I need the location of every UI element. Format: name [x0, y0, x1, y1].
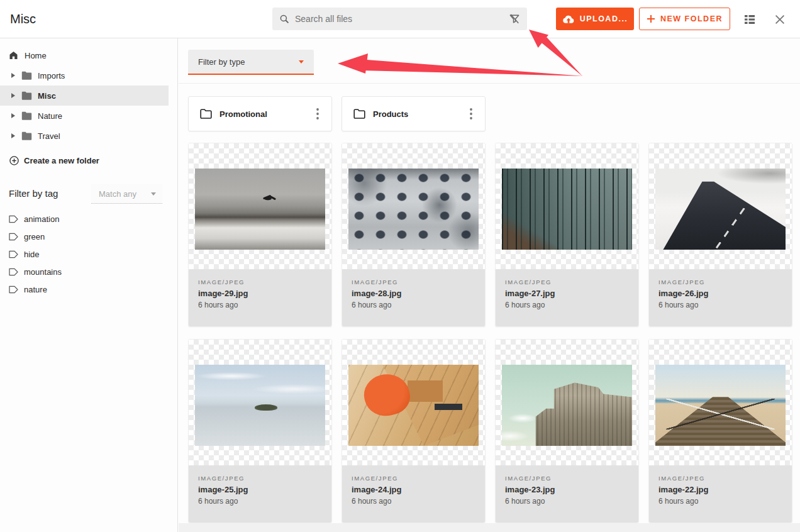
file-card-image-25[interactable]: IMAGE/JPEG image-25.jpg 6 hours ago: [188, 339, 332, 523]
folder-icon: [21, 71, 32, 80]
folder-menu-button[interactable]: [310, 105, 325, 123]
file-time: 6 hours ago: [658, 496, 792, 507]
match-mode-select[interactable]: Match any: [91, 184, 162, 204]
file-type: IMAGE/JPEG: [658, 474, 792, 484]
tag-item-nature[interactable]: nature: [0, 281, 169, 297]
file-thumbnail: [342, 143, 485, 269]
scroll-edge: [179, 523, 800, 532]
search-icon: [279, 13, 290, 25]
file-card-image-26[interactable]: IMAGE/JPEG image-26.jpg 6 hours ago: [648, 143, 792, 327]
folder-card-promotional[interactable]: Promotional: [188, 96, 332, 131]
media-library-window: Misc UPLOAD... NEW FOLDER: [0, 0, 800, 532]
file-caption: IMAGE/JPEG image-22.jpg 6 hours ago: [649, 465, 792, 523]
folder-icon: [21, 131, 32, 140]
chevron-down-icon: [151, 192, 156, 196]
expand-caret-icon[interactable]: [11, 93, 15, 98]
file-type: IMAGE/JPEG: [505, 474, 638, 484]
new-folder-button[interactable]: NEW FOLDER: [639, 8, 730, 30]
file-type: IMAGE/JPEG: [658, 277, 792, 287]
file-name: image-26.jpg: [658, 287, 792, 299]
search-input[interactable]: [295, 14, 508, 24]
tag-icon: [9, 285, 18, 294]
sidebar-item-home[interactable]: Home: [0, 45, 169, 65]
filter-by-type-select[interactable]: Filter by type: [188, 50, 314, 75]
tag-label: nature: [24, 285, 47, 294]
folder-card-name: Products: [373, 109, 456, 119]
folder-outline-icon: [200, 109, 212, 119]
file-caption: IMAGE/JPEG image-24.jpg 6 hours ago: [342, 465, 485, 523]
thumbnail-photo: [195, 365, 325, 446]
sidebar-folder-nature[interactable]: Nature: [0, 106, 169, 126]
tag-item-green[interactable]: green: [0, 228, 169, 245]
file-card-image-28[interactable]: IMAGE/JPEG image-28.jpg 6 hours ago: [342, 143, 486, 327]
tag-item-animation[interactable]: animation: [0, 211, 169, 227]
file-thumbnail: [496, 143, 638, 269]
expand-caret-icon[interactable]: [11, 133, 15, 138]
file-card-image-27[interactable]: IMAGE/JPEG image-27.jpg 6 hours ago: [495, 143, 639, 327]
sidebar-folder-travel[interactable]: Travel: [0, 126, 169, 146]
tag-icon: [9, 250, 18, 258]
sidebar-folder-label: Travel: [38, 131, 60, 141]
search-bar[interactable]: [272, 8, 527, 30]
file-type: IMAGE/JPEG: [352, 277, 485, 287]
plus-icon: [647, 14, 655, 23]
upload-button-label: UPLOAD...: [580, 14, 628, 23]
expand-caret-icon[interactable]: [11, 113, 15, 118]
kebab-icon: [316, 108, 319, 119]
file-type: IMAGE/JPEG: [352, 474, 485, 484]
file-time: 6 hours ago: [198, 496, 331, 507]
match-mode-value: Match any: [99, 189, 136, 199]
thumbnail-photo: [502, 365, 632, 446]
tag-label: hide: [24, 250, 40, 259]
file-type: IMAGE/JPEG: [198, 277, 331, 287]
sidebar-folder-imports[interactable]: Imports: [0, 65, 169, 86]
chevron-down-icon: [299, 60, 304, 64]
tag-label: animation: [24, 214, 59, 224]
tag-item-mountains[interactable]: mountains: [0, 263, 169, 280]
file-time: 6 hours ago: [352, 299, 485, 311]
filter-disabled-icon[interactable]: [508, 13, 521, 25]
file-time: 6 hours ago: [505, 299, 638, 311]
file-name: image-24.jpg: [352, 484, 485, 496]
file-card-image-24[interactable]: IMAGE/JPEG image-24.jpg 6 hours ago: [342, 339, 486, 523]
sidebar-item-label: Home: [25, 51, 47, 60]
tag-label: mountains: [24, 267, 62, 277]
file-caption: IMAGE/JPEG image-23.jpg 6 hours ago: [496, 465, 638, 523]
file-card-image-23[interactable]: IMAGE/JPEG image-23.jpg 6 hours ago: [495, 339, 639, 523]
new-folder-button-label: NEW FOLDER: [660, 14, 723, 23]
file-name: image-23.jpg: [505, 484, 638, 496]
filter-by-tag-heading: Filter by tag: [9, 188, 58, 199]
file-caption: IMAGE/JPEG image-27.jpg 6 hours ago: [496, 269, 638, 327]
home-icon: [8, 50, 19, 60]
plus-circle-icon: [9, 156, 19, 165]
tag-item-hide[interactable]: hide: [0, 246, 169, 262]
file-card-image-22[interactable]: IMAGE/JPEG image-22.jpg 6 hours ago: [648, 339, 792, 523]
folder-card-products[interactable]: Products: [342, 96, 486, 131]
file-name: image-29.jpg: [198, 287, 331, 299]
upload-button[interactable]: UPLOAD...: [556, 8, 634, 30]
file-name: image-28.jpg: [352, 287, 485, 299]
folder-menu-button[interactable]: [464, 105, 479, 123]
sidebar-folder-misc[interactable]: Misc: [0, 86, 169, 106]
file-time: 6 hours ago: [198, 299, 331, 311]
folder-card-name: Promotional: [219, 109, 303, 119]
list-view-button[interactable]: [741, 11, 758, 28]
create-new-folder-button[interactable]: Create a new folder: [0, 150, 169, 170]
main-content: Filter by type Promotional Products: [179, 38, 800, 532]
create-new-folder-label: Create a new folder: [24, 156, 99, 165]
file-caption: IMAGE/JPEG image-25.jpg 6 hours ago: [189, 465, 331, 523]
thumbnail-photo: [655, 169, 786, 250]
sidebar-folder-label: Misc: [38, 91, 56, 101]
close-button[interactable]: [771, 11, 789, 28]
sidebar-folder-label: Nature: [38, 111, 62, 121]
file-type: IMAGE/JPEG: [198, 474, 331, 484]
file-caption: IMAGE/JPEG image-26.jpg 6 hours ago: [649, 269, 792, 327]
expand-caret-icon[interactable]: [11, 73, 15, 78]
file-type: IMAGE/JPEG: [505, 277, 638, 287]
file-card-image-29[interactable]: IMAGE/JPEG image-29.jpg 6 hours ago: [188, 143, 332, 327]
page-title: Misc: [10, 0, 36, 38]
folder-outline-icon: [353, 109, 365, 119]
folder-icon: [21, 91, 32, 100]
file-time: 6 hours ago: [505, 496, 638, 507]
top-bar: Misc UPLOAD... NEW FOLDER: [0, 0, 800, 38]
